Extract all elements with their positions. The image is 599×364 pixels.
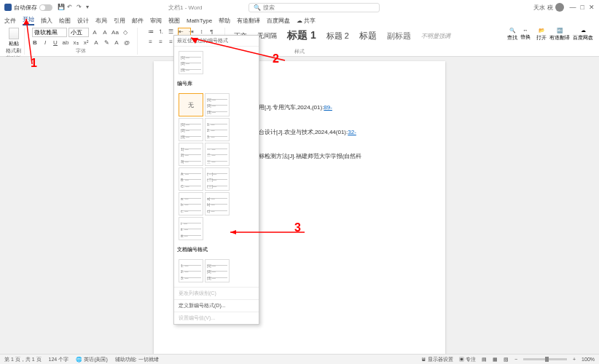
font-name-select[interactable]: 微软雅黑 — [32, 28, 67, 37]
word-count[interactable]: 124 个字 — [49, 356, 69, 363]
numbering-option[interactable]: 1) —2) —3) — — [179, 143, 203, 166]
highlight-icon[interactable]: ✎ — [102, 39, 111, 47]
numbering-option[interactable]: i. —ii. —iii.— — [179, 217, 203, 240]
font-color-icon[interactable]: A — [112, 39, 121, 47]
define-new-format-item[interactable]: 定义新编号格式(D)... — [174, 299, 259, 312]
clear-format-icon[interactable]: ◇ — [121, 28, 130, 37]
view-print-icon[interactable]: ▤ — [482, 357, 487, 363]
open-button[interactable]: 📂打开 — [536, 28, 547, 41]
document-canvas[interactable]: 人视觉检测在汽车焊装中的应用[J].专用汽车,2024,(01):89- 26.… — [0, 57, 599, 354]
youdao-button[interactable]: 🔤有道翻译 — [549, 28, 570, 41]
numbering-option[interactable]: 1. —2. —3. — — [179, 259, 203, 282]
change-list-level-item: 更改列表级别(C) — [174, 287, 259, 299]
style-title[interactable]: 标题 — [356, 28, 380, 44]
shrink-font-icon[interactable]: A — [101, 28, 109, 37]
view-read-icon[interactable]: ▦ — [493, 357, 498, 363]
tab-review[interactable]: 审阅 — [150, 17, 162, 25]
paste-icon — [9, 28, 19, 39]
tab-insert[interactable]: 插入 — [41, 17, 52, 25]
style-subtitle[interactable]: 副标题 — [384, 29, 414, 43]
hyperlink[interactable]: 32- — [348, 129, 356, 135]
style-heading1[interactable]: 标题 1 — [284, 28, 319, 44]
numbering-icon[interactable]: ⒈ — [157, 28, 165, 36]
numbering-option-recent[interactable]: [1] —[2] —[3] — — [179, 51, 203, 74]
paste-button[interactable]: 粘贴 — [9, 28, 19, 47]
tab-references[interactable]: 引用 — [114, 17, 125, 25]
minimize-button[interactable]: — — [570, 4, 576, 11]
autosave-toggle[interactable] — [39, 4, 52, 11]
change-case-icon[interactable]: Aa — [111, 28, 120, 37]
align-left-icon[interactable]: ≡ — [146, 38, 155, 47]
redo-icon[interactable]: ↷ — [77, 4, 84, 11]
underline-icon[interactable]: U — [51, 39, 60, 47]
search-box[interactable]: 🔍 搜索 — [248, 3, 380, 12]
tab-view[interactable]: 视图 — [168, 17, 180, 25]
tab-mathtype[interactable]: MathType — [187, 17, 212, 24]
display-settings[interactable]: 🖥 显示器设置 — [421, 356, 453, 363]
numbering-option[interactable]: [1] —[2] —[3] — — [179, 118, 203, 141]
numbering-option[interactable]: a. —b. —c. — — [179, 192, 203, 215]
italic-icon[interactable]: I — [41, 39, 50, 47]
zoom-level[interactable]: 100% — [582, 357, 595, 362]
numbering-option[interactable]: A. —B. —C. — — [179, 167, 203, 191]
clipboard-group: 粘贴 格式刷 剪贴板 — [3, 28, 25, 55]
accessibility-indicator[interactable]: 辅助功能: 一切就绪 — [115, 356, 159, 363]
grow-font-icon[interactable]: A — [90, 28, 99, 37]
user-avatar-icon — [555, 3, 564, 12]
title-bar: 自动保存 💾 ↶ ↷ ▾ 文档1 - Word 🔍 搜索 天水 税 — □ ✕ — [0, 0, 599, 15]
numbering-dropdown: 最近使用过的编号格式 [1] —[2] —[3] — 编号库 无 [1] —[2… — [173, 35, 259, 325]
char-border-icon[interactable]: @ — [122, 39, 131, 47]
tab-file[interactable]: 文件 — [4, 17, 16, 25]
tab-help[interactable]: 帮助 — [219, 17, 230, 25]
style-subtle-emphasis[interactable]: 不明显强调 — [418, 31, 453, 41]
bold-icon[interactable]: B — [31, 39, 39, 47]
focus-mode[interactable]: ▣ 专注 — [459, 356, 476, 363]
language-indicator[interactable]: 🌐 英语(美国) — [76, 356, 108, 363]
share-button[interactable]: ☁ 共享 — [297, 17, 316, 25]
page-indicator[interactable]: 第 1 页，共 1 页 — [4, 356, 42, 363]
view-web-icon[interactable]: ▧ — [504, 357, 509, 363]
find-button[interactable]: 🔍查找 — [507, 28, 517, 41]
align-center-icon[interactable]: ≡ — [157, 38, 165, 47]
tab-layout[interactable]: 布局 — [95, 17, 107, 25]
numbering-option[interactable]: 1. —2. —3. — — [205, 118, 230, 141]
font-size-select[interactable]: 小五 — [68, 28, 89, 37]
hyperlink[interactable]: 89- — [324, 104, 332, 111]
replace-button[interactable]: ↔替换 — [520, 28, 531, 41]
autosave-group: 自动保存 💾 ↶ ↷ ▾ — [4, 4, 93, 12]
numbering-option[interactable]: (一)—(二)—(三)— — [205, 167, 230, 191]
strike-icon[interactable]: ab — [61, 39, 70, 47]
zoom-in-icon[interactable]: + — [573, 357, 576, 362]
document-title: 文档1 - Word — [168, 4, 203, 12]
numbering-option[interactable]: 一 —二 —三 — — [205, 143, 230, 166]
close-button[interactable]: ✕ — [589, 4, 595, 11]
maximize-button[interactable]: □ — [581, 4, 584, 11]
user-account[interactable]: 天水 税 — [533, 3, 563, 12]
subscript-icon[interactable]: x₂ — [71, 39, 80, 47]
superscript-icon[interactable]: x² — [82, 39, 90, 47]
bullets-icon[interactable]: ≔ — [146, 28, 155, 36]
tab-youdao[interactable]: 有道翻译 — [237, 17, 260, 25]
tab-mailings[interactable]: 邮件 — [132, 17, 144, 25]
qat-more-icon[interactable]: ▾ — [86, 4, 93, 11]
doc-format-title: 文档编号格式 — [174, 245, 259, 255]
tab-design[interactable]: 设计 — [77, 17, 89, 25]
tab-home[interactable]: 开始 — [23, 15, 34, 25]
tab-draw[interactable]: 绘图 — [59, 17, 71, 25]
zoom-slider[interactable] — [523, 358, 567, 360]
format-painter-button[interactable]: 格式刷 — [6, 47, 21, 55]
baidu-button[interactable]: ☁百度网盘 — [573, 28, 593, 41]
zoom-out-icon[interactable]: − — [514, 357, 517, 362]
replace-icon: ↔ — [523, 28, 528, 33]
search-icon: 🔍 — [254, 4, 261, 11]
numbering-option[interactable]: [1] —[2] —[3] — — [205, 93, 230, 116]
numbering-option-none[interactable]: 无 — [179, 93, 203, 116]
undo-icon[interactable]: ↶ — [67, 4, 74, 11]
numbering-option[interactable]: a) —b) —c) — — [205, 192, 230, 215]
tab-baidu[interactable]: 百度网盘 — [267, 17, 290, 25]
open-icon: 📂 — [539, 28, 545, 33]
style-heading2[interactable]: 标题 2 — [324, 29, 352, 43]
text-effects-icon[interactable]: A — [92, 39, 101, 47]
numbering-option[interactable]: [1] —[2] —[3] — — [205, 259, 230, 282]
save-icon[interactable]: 💾 — [58, 4, 65, 11]
